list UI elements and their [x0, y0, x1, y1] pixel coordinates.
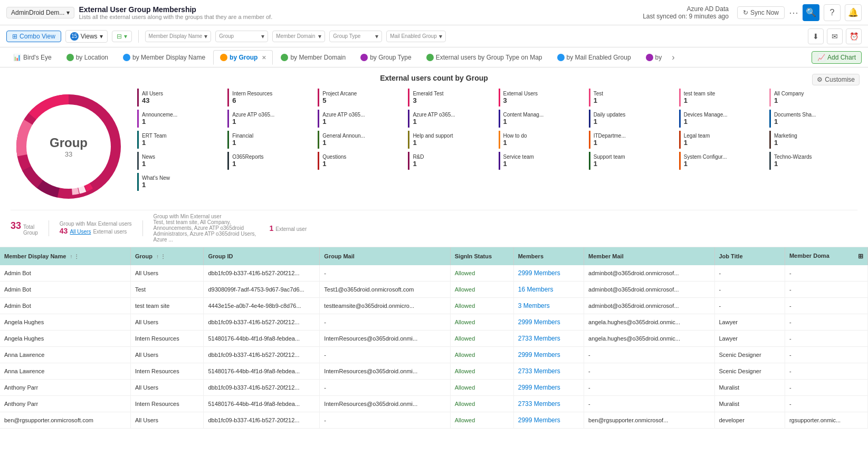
cell-members[interactable]: 3 Members — [513, 298, 584, 314]
cell-members[interactable]: 2999 Members — [513, 412, 584, 429]
cell-members[interactable]: 2733 Members — [513, 331, 584, 347]
cell-signin-status: Allowed — [450, 314, 513, 331]
footer-separator — [49, 220, 49, 236]
legend-item: O365Reports1 — [227, 152, 316, 170]
cell-job-title: Muralist — [714, 380, 785, 396]
filter-icon: ⊟ — [117, 33, 122, 40]
dropdown-chevron-icon: ▾ — [375, 33, 378, 40]
min-label: Group with Min External user — [154, 214, 259, 219]
location-tab-icon — [66, 54, 74, 61]
add-chart-button[interactable]: 📈 Add Chart — [812, 51, 862, 64]
tab-birds-eye[interactable]: 📊 Bird's Eye — [6, 50, 59, 64]
member-display-name-filter[interactable]: Member Display Name ▾ — [145, 31, 212, 42]
page-header: External User Group Membership Lists all… — [79, 5, 272, 20]
max-sub[interactable]: All Users — [70, 229, 91, 235]
cell-member-mail: - — [584, 396, 714, 412]
page-title: External User Group Membership — [79, 5, 272, 14]
col-sort-filter-icons[interactable]: ↑ ⋮ — [70, 254, 79, 259]
col-member-display-name: Member Display Name ↑ ⋮ — [0, 247, 130, 265]
tab-by-group[interactable]: by Group ✕ — [213, 50, 273, 65]
legend-item: Emerald Test3 — [408, 89, 496, 106]
legend-item: All Users43 — [137, 89, 225, 106]
tab-close-icon[interactable]: ✕ — [262, 55, 266, 61]
legend-item: Service team1 — [499, 152, 587, 170]
cell-job-title: Lawyer — [714, 314, 785, 331]
search-icon-button[interactable]: 🔍 — [803, 4, 819, 21]
cell-group-mail: - — [320, 265, 450, 282]
cell-members[interactable]: 2999 Members — [513, 380, 584, 396]
legend-item: All Company1 — [769, 89, 857, 106]
notification-icon-button[interactable]: 🔔 — [845, 4, 862, 21]
cell-group-id: 51480176-44bb-4f1d-9fa8-febdea... — [204, 396, 320, 412]
views-button[interactable]: 15 Views ▾ — [65, 30, 108, 43]
other-tab-icon — [646, 54, 653, 61]
cell-member-mail: angela.hughes@o365droid.onmic... — [584, 314, 714, 331]
max-group-stat: Group with Max External users 43 All Use… — [60, 221, 132, 235]
min-sub: External user — [275, 226, 307, 232]
cell-members[interactable]: 2999 Members — [513, 265, 584, 282]
cell-member-domain: - — [785, 298, 867, 314]
combo-icon: ⊞ — [12, 33, 17, 40]
table-row: Anna Lawrence All Users dbb1fc09-b337-41… — [0, 347, 868, 363]
cell-group-mail: - — [320, 412, 450, 429]
help-icon-button[interactable]: ? — [824, 4, 841, 21]
cell-members[interactable]: 16 Members — [513, 282, 584, 298]
cell-job-title: Scenic Designer — [714, 347, 785, 363]
col-sort-filter-icons[interactable]: ↑ ⋮ — [156, 254, 166, 259]
legend-item: Marketing1 — [769, 131, 857, 149]
views-chevron-icon: ▾ — [100, 33, 103, 40]
group-filter[interactable]: Group ▾ — [215, 31, 268, 42]
cell-member-mail: adminbot@o365droid.onmicrosof... — [584, 298, 714, 314]
legend-item: News1 — [137, 152, 225, 170]
min-val-stat: 1 External user — [270, 224, 307, 232]
legend-item: Daily updates1 — [589, 110, 677, 128]
mail-enabled-group-filter[interactable]: Mail Enabled Group ▾ — [386, 31, 445, 42]
cell-members[interactable]: 2733 Members — [513, 363, 584, 380]
cell-group: Intern Resources — [130, 331, 204, 347]
views-count: 15 — [70, 32, 79, 41]
filter-button[interactable]: ⊟ ▾ — [112, 31, 132, 42]
legend-item: R&D1 — [408, 152, 496, 170]
cell-members[interactable]: 2999 Members — [513, 347, 584, 363]
cell-member-name: Admin Bot — [0, 265, 130, 282]
cell-job-title: Scenic Designer — [714, 363, 785, 380]
group-sub: Group — [23, 230, 38, 236]
org-selector[interactable]: AdminDroid Dem... ▾ — [6, 7, 74, 18]
member-domain-filter[interactable]: Member Domain ▾ — [272, 31, 325, 42]
table-row: Admin Bot Test d9308099f-7adf-4753-9d67-… — [0, 282, 868, 298]
group-type-label: Group Type — [333, 33, 360, 39]
sync-time: Last synced on: 9 minutes ago — [643, 13, 729, 20]
email-button[interactable]: ✉ — [827, 28, 843, 44]
tab-by-mail-enabled-group[interactable]: by Mail Enabled Group — [550, 50, 638, 64]
tab-by-group-type[interactable]: by Group Type — [354, 50, 418, 64]
cell-members[interactable]: 2733 Members — [513, 396, 584, 412]
tab-by-other[interactable]: by — [639, 50, 669, 64]
download-button[interactable]: ⬇ — [808, 28, 824, 44]
tab-external-users-map[interactable]: External users by Group Type on Map — [419, 50, 549, 64]
more-options-button[interactable]: ⋯ — [789, 7, 798, 18]
tab-scroll-right-button[interactable]: › — [670, 51, 676, 64]
tab-by-member-display-name[interactable]: by Member Display Name — [116, 50, 212, 64]
cell-members[interactable]: 2999 Members — [513, 314, 584, 331]
tab-by-location[interactable]: by Location — [60, 50, 115, 64]
customize-button[interactable]: ⚙ Customise — [812, 74, 860, 85]
combo-view-button[interactable]: ⊞ Combo View — [6, 31, 61, 42]
cell-job-title: Muralist — [714, 396, 785, 412]
table-header-row: Member Display Name ↑ ⋮ Group ↑ ⋮ Group … — [0, 247, 868, 265]
column-settings-icon[interactable]: ⊞ — [858, 253, 863, 260]
cell-member-name: Angela Hughes — [0, 331, 130, 347]
total-label: Total — [23, 224, 38, 230]
min-group-stat: Group with Min External user Test, test … — [154, 214, 259, 243]
min-names: Test, test team site, All Company, Annou… — [154, 219, 259, 243]
cell-member-name: Anthony Parr — [0, 380, 130, 396]
member-tab-icon — [123, 54, 130, 61]
legend-item: Azure ATP o365...1 — [408, 110, 496, 128]
sync-button[interactable]: ↻ Sync Now — [737, 6, 785, 19]
table-row: Angela Hughes All Users dbb1fc09-b337-41… — [0, 314, 868, 331]
schedule-button[interactable]: ⏰ — [846, 28, 862, 44]
cell-signin-status: Allowed — [450, 298, 513, 314]
dropdown-chevron-icon: ▾ — [261, 33, 264, 40]
tab-by-member-domain[interactable]: by Member Domain — [274, 50, 352, 64]
azure-info: Azure AD Data Last synced on: 9 minutes … — [643, 5, 729, 20]
group-type-filter[interactable]: Group Type ▾ — [329, 31, 382, 42]
